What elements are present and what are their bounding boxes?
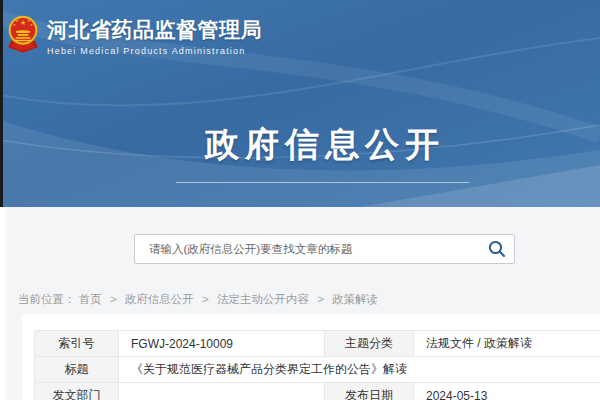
breadcrumb-item-policy-interpretation: 政策解读: [332, 293, 378, 305]
publish-date-label: 发布日期: [325, 383, 414, 400]
search-button[interactable]: [480, 235, 514, 263]
breadcrumb-separator: >: [317, 293, 324, 305]
table-row: 发文部门 发布日期 2024-05-13: [35, 383, 600, 400]
publish-date-value: 2024-05-13: [414, 383, 600, 400]
brand-home-link[interactable]: ★ ★ ★ ★ ★ 河北省药品监督管理局 Hebei Medical Produ…: [7, 10, 262, 58]
title-label: 标题: [35, 357, 119, 383]
window-left-edge: [0, 0, 3, 207]
breadcrumb-separator: >: [202, 293, 209, 305]
page: ★ ★ ★ ★ ★ 河北省药品监督管理局 Hebei Medical Produ…: [0, 0, 600, 400]
breadcrumb-item-home[interactable]: 首页: [79, 293, 102, 305]
banner-title: 政府信息公开: [0, 122, 600, 168]
svg-text:★: ★: [20, 19, 26, 26]
breadcrumb: 当前位置： 首页 > 政府信息公开 > 法定主动公开内容 > 政策解读: [18, 292, 378, 307]
topic-category-label: 主题分类: [325, 331, 414, 357]
index-number-label: 索引号: [35, 331, 119, 357]
page-left-margin: [0, 207, 6, 400]
national-emblem-icon: ★ ★ ★ ★ ★: [7, 10, 39, 58]
breadcrumb-item-legal-disclosure[interactable]: 法定主动公开内容: [217, 293, 309, 305]
index-number-value: FGWJ-2024-10009: [119, 331, 325, 357]
svg-text:★: ★: [13, 23, 16, 27]
issuing-department-value: [119, 383, 325, 400]
issuing-department-label: 发文部门: [35, 383, 119, 400]
search-input[interactable]: [135, 235, 480, 263]
brand-text: 河北省药品监督管理局 Hebei Medical Products Admini…: [47, 10, 262, 56]
banner-title-divider: [176, 182, 469, 183]
table-row: 索引号 FGWJ-2024-10009 主题分类 法规文件 / 政策解读: [35, 331, 600, 357]
title-value: 《关于规范医疗器械产品分类界定工作的公告》解读: [119, 357, 600, 383]
svg-text:★: ★: [16, 19, 19, 23]
search-icon: [488, 240, 506, 258]
site-title: 河北省药品监督管理局: [47, 17, 262, 43]
breadcrumb-label: 当前位置：: [18, 293, 76, 305]
document-info-table: 索引号 FGWJ-2024-10009 主题分类 法规文件 / 政策解读 标题 …: [34, 330, 600, 400]
svg-text:★: ★: [30, 23, 33, 27]
site-header: ★ ★ ★ ★ ★ 河北省药品监督管理局 Hebei Medical Produ…: [0, 0, 600, 207]
site-subtitle: Hebei Medical Products Administration: [47, 46, 262, 56]
topic-category-value: 法规文件 / 政策解读: [414, 331, 600, 357]
table-row: 标题 《关于规范医疗器械产品分类界定工作的公告》解读: [35, 357, 600, 383]
content-area: 当前位置： 首页 > 政府信息公开 > 法定主动公开内容 > 政策解读 索引号 …: [0, 207, 600, 400]
search-box: [134, 234, 515, 264]
breadcrumb-separator: >: [110, 293, 117, 305]
breadcrumb-item-gov-info[interactable]: 政府信息公开: [125, 293, 194, 305]
document-info-card: 索引号 FGWJ-2024-10009 主题分类 法规文件 / 政策解读 标题 …: [22, 314, 600, 400]
